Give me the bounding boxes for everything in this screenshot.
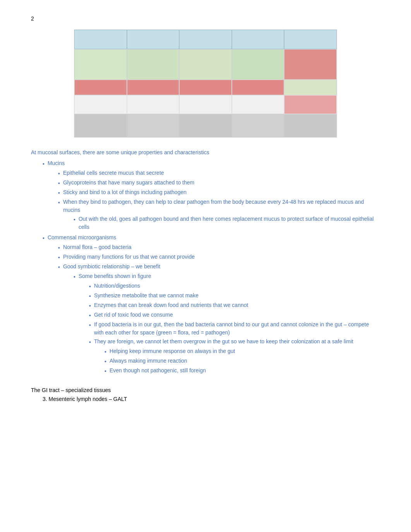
list-item: • Some benefits shown in figure bbox=[31, 272, 380, 281]
bullet-icon: • bbox=[58, 179, 60, 188]
bullet-icon: • bbox=[104, 367, 106, 375]
list-item: • When they bind to pathogen, they can h… bbox=[31, 198, 380, 214]
bullet-icon: • bbox=[43, 234, 45, 242]
list-item: • Helping keep immune response on always… bbox=[31, 347, 380, 356]
item-text: Commensal microorganisms bbox=[48, 234, 380, 242]
bullet-icon: • bbox=[58, 263, 60, 271]
bullet-icon: • bbox=[89, 338, 91, 346]
list-item: • Good symbiotic relationship – we benef… bbox=[31, 263, 380, 271]
bullet-icon: • bbox=[58, 254, 60, 262]
bullet-icon: • bbox=[58, 244, 60, 252]
list-item: • Always making immune reaction bbox=[31, 357, 380, 366]
item-text: Nutrition/digestions bbox=[94, 282, 380, 290]
list-item: • If good bacteria is in our gut, then t… bbox=[31, 321, 380, 337]
list-item: • Commensal microorganisms bbox=[31, 234, 380, 242]
list-item: • Normal flora – good bacteria bbox=[31, 243, 380, 252]
list-item: • Mucins bbox=[31, 159, 380, 168]
item-text: They are foreign, we cannot let them ove… bbox=[94, 338, 380, 346]
item-text: Good symbiotic relationship – we benefit bbox=[63, 263, 380, 271]
list-item: • They are foreign, we cannot let them o… bbox=[31, 338, 380, 346]
item-text: Glycoproteins that have many sugars atta… bbox=[63, 179, 380, 187]
item-text: Providing many functions for us that we … bbox=[63, 253, 380, 261]
bullet-icon: • bbox=[58, 189, 60, 197]
list-item: • Synthesize metabolite that we cannot m… bbox=[31, 292, 380, 300]
bullet-icon: • bbox=[58, 199, 60, 207]
figure-image bbox=[74, 29, 337, 138]
item-text: Synthesize metabolite that we cannot mak… bbox=[94, 292, 380, 300]
bullet-icon: • bbox=[74, 216, 75, 224]
list-item: • Even though not pathogenic, still fore… bbox=[31, 367, 380, 375]
list-item: • Glycoproteins that have many sugars at… bbox=[31, 179, 380, 188]
footer-numbered-item: 3. Mesenteric lymph nodes – GALT bbox=[31, 395, 380, 403]
bullet-icon: • bbox=[89, 312, 91, 320]
list-item: • Epithelial cells secrete mucus that se… bbox=[31, 169, 380, 178]
bullet-icon: • bbox=[74, 273, 75, 281]
list-item: • Sticky and bind to a lot of things inc… bbox=[31, 188, 380, 197]
list-item: • Nutrition/digestions bbox=[31, 282, 380, 291]
bullet-icon: • bbox=[43, 160, 45, 168]
item-text: Some benefits shown in figure bbox=[79, 272, 380, 280]
list-item: • Get rid of toxic food we consume bbox=[31, 311, 380, 320]
item-text: Normal flora – good bacteria bbox=[63, 243, 380, 251]
list-item: • Providing many functions for us that w… bbox=[31, 253, 380, 262]
section-header: At mucosal surfaces, there are some uniq… bbox=[31, 149, 380, 155]
bullet-icon: • bbox=[89, 321, 91, 329]
item-text: Sticky and bind to a lot of things inclu… bbox=[63, 188, 380, 196]
item-text: Always making immune reaction bbox=[110, 357, 380, 365]
page-number: 2 bbox=[31, 15, 380, 22]
bullet-icon: • bbox=[104, 348, 106, 356]
list-item: • Out with the old, goes all pathogen bo… bbox=[31, 215, 380, 231]
bullet-icon: • bbox=[104, 358, 106, 366]
footer-section: The GI tract – specialized tissues 3. Me… bbox=[31, 387, 380, 403]
list-item: • Enzymes that can break down food and n… bbox=[31, 301, 380, 310]
bullet-icon: • bbox=[89, 292, 91, 300]
footer-main-text: The GI tract – specialized tissues bbox=[31, 387, 380, 393]
bullet-icon: • bbox=[58, 170, 60, 178]
item-text: Helping keep immune response on always i… bbox=[110, 347, 380, 355]
item-text: If good bacteria is in our gut, then the… bbox=[94, 321, 380, 337]
item-text: Get rid of toxic food we consume bbox=[94, 311, 380, 319]
item-text: Out with the old, goes all pathogen boun… bbox=[79, 215, 380, 231]
bullet-icon: • bbox=[89, 283, 91, 291]
item-text: Enzymes that can break down food and nut… bbox=[94, 301, 380, 309]
bullet-icon: • bbox=[89, 302, 91, 310]
item-text: When they bind to pathogen, they can hel… bbox=[63, 198, 380, 214]
item-text: Even though not pathogenic, still foreig… bbox=[110, 367, 380, 375]
item-text: Mucins bbox=[48, 159, 380, 167]
content-area: • Mucins • Epithelial cells secrete mucu… bbox=[31, 159, 380, 375]
item-text: Epithelial cells secrete mucus that secr… bbox=[63, 169, 380, 177]
